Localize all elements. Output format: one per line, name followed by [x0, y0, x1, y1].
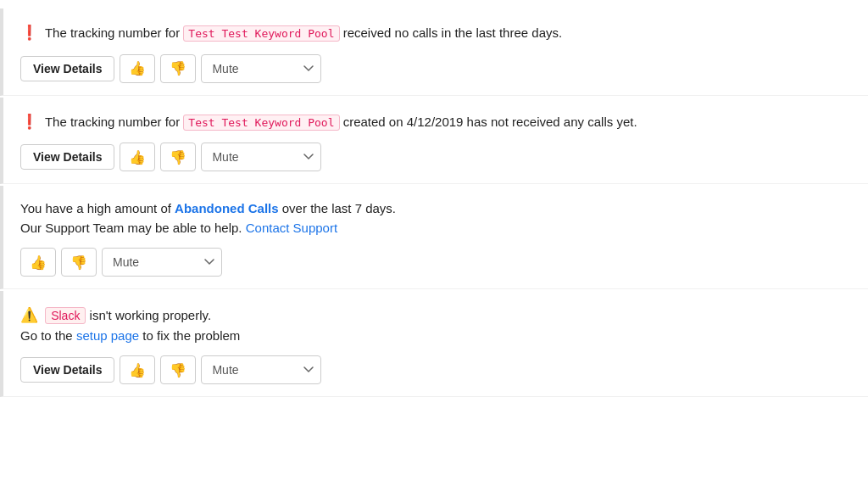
- thumb-down-button-3[interactable]: 👎: [61, 248, 97, 277]
- text-before-2: The tracking number for: [45, 115, 183, 129]
- notification-text-2: ❗ The tracking number for Test Test Keyw…: [20, 111, 848, 133]
- alert-icon-1: ❗: [20, 25, 38, 41]
- text-line2-before-3: Our Support Team may be able to help.: [20, 221, 246, 235]
- notification-item-1: ❗ The tracking number for Test Test Keyw…: [0, 8, 868, 96]
- text-line1-after-4: isn't working properly.: [90, 308, 211, 322]
- keyword-badge-1: Test Test Keyword Pool: [183, 25, 339, 42]
- contact-support-link[interactable]: Contact Support: [246, 221, 337, 235]
- text-line1-after-3: over the last 7 days.: [282, 201, 396, 215]
- thumb-up-button-2[interactable]: 👍: [120, 143, 155, 171]
- thumb-down-button-2[interactable]: 👎: [160, 143, 196, 171]
- mute-select-3[interactable]: Mute Mute for 1 day Mute for 1 week Mute…: [102, 248, 222, 277]
- slack-badge: Slack: [45, 307, 86, 324]
- notification-text-3: You have a high amount of Abandoned Call…: [20, 199, 848, 238]
- action-row-3: 👍 👎 Mute Mute for 1 day Mute for 1 week …: [20, 248, 848, 277]
- view-details-button-2[interactable]: View Details: [20, 144, 114, 170]
- notification-item-4: ⚠️ Slack isn't working properly. Go to t…: [0, 291, 868, 397]
- notification-text-1: ❗ The tracking number for Test Test Keyw…: [20, 22, 848, 44]
- action-row-4: View Details 👍 👎 Mute Mute for 1 day Mut…: [20, 355, 848, 384]
- warning-icon-4: ⚠️: [20, 307, 38, 323]
- text-line2-after-4: to fix the problem: [142, 328, 240, 343]
- mute-select-4[interactable]: Mute Mute for 1 day Mute for 1 week Mute…: [201, 355, 321, 384]
- setup-page-link[interactable]: setup page: [76, 328, 139, 343]
- notification-text-4: ⚠️ Slack isn't working properly. Go to t…: [20, 305, 848, 345]
- notification-line1-3: You have a high amount of Abandoned Call…: [20, 199, 848, 219]
- abandoned-calls-link[interactable]: Abandoned Calls: [175, 201, 279, 215]
- mute-select-1[interactable]: Mute Mute for 1 day Mute for 1 week Mute…: [201, 54, 321, 83]
- thumb-up-button-3[interactable]: 👍: [20, 248, 56, 277]
- alert-icon-2: ❗: [20, 114, 38, 130]
- thumb-down-button-1[interactable]: 👎: [160, 54, 196, 83]
- notification-line2-4: Go to the setup page to fix the problem: [20, 327, 848, 346]
- keyword-badge-2: Test Test Keyword Pool: [183, 115, 339, 131]
- thumb-up-button-1[interactable]: 👍: [120, 54, 155, 83]
- text-line1-before-3: You have a high amount of: [20, 201, 175, 215]
- view-details-button-4[interactable]: View Details: [20, 357, 114, 383]
- action-row-1: View Details 👍 👎 Mute Mute for 1 day Mut…: [20, 54, 848, 83]
- notification-item-2: ❗ The tracking number for Test Test Keyw…: [0, 98, 868, 185]
- text-after-2: created on 4/12/2019 has not received an…: [343, 115, 637, 129]
- notification-line1-4: ⚠️ Slack isn't working properly.: [20, 305, 848, 327]
- view-details-button-1[interactable]: View Details: [20, 56, 114, 81]
- notification-item-3: You have a high amount of Abandoned Call…: [0, 186, 868, 289]
- text-line2-before-4: Go to the: [20, 328, 76, 343]
- mute-select-2[interactable]: Mute Mute for 1 day Mute for 1 week Mute…: [201, 143, 321, 171]
- text-before-1: The tracking number for: [45, 25, 183, 40]
- thumb-up-button-4[interactable]: 👍: [120, 355, 155, 384]
- notification-list: ❗ The tracking number for Test Test Keyw…: [0, 0, 868, 407]
- thumb-down-button-4[interactable]: 👎: [160, 355, 196, 384]
- text-after-1: received no calls in the last three days…: [343, 25, 562, 40]
- notification-line2-3: Our Support Team may be able to help. Co…: [20, 219, 848, 238]
- action-row-2: View Details 👍 👎 Mute Mute for 1 day Mut…: [20, 143, 848, 171]
